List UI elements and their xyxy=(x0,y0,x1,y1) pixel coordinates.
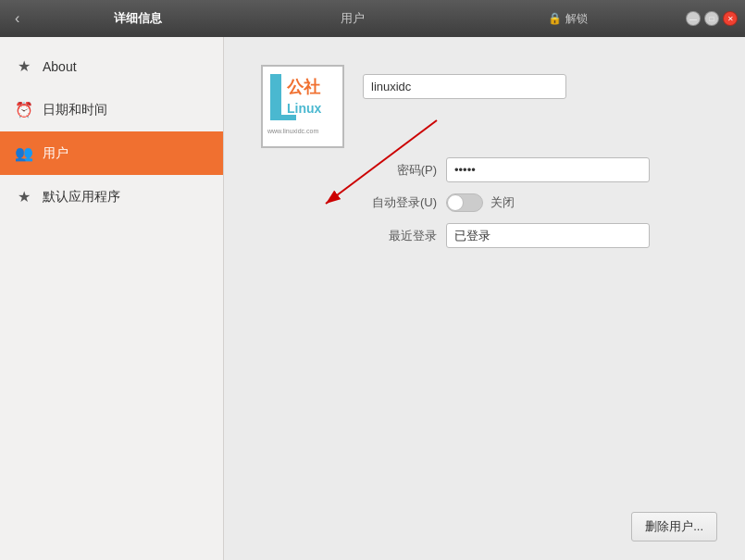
username-container xyxy=(363,74,566,99)
sidebar-item-users[interactable]: 👥 用户 xyxy=(0,131,223,175)
autologin-row: 自动登录(U) 关闭 xyxy=(363,193,650,212)
autologin-state: 关闭 xyxy=(490,194,515,211)
apps-icon: ★ xyxy=(15,188,33,205)
window-controls: — □ ✕ xyxy=(686,11,738,26)
titlebar-section-label: 用户 xyxy=(341,10,365,27)
minimize-button[interactable]: — xyxy=(686,11,701,26)
unlock-button[interactable]: 🔒 解锁 xyxy=(548,11,588,27)
user-header: 公社 Linux www.linuxidc.com xyxy=(261,65,566,148)
main-area: ★ About ⏰ 日期和时间 👥 用户 ★ 默认应用程序 xyxy=(0,37,745,560)
users-icon: 👥 xyxy=(15,144,33,162)
titlebar-title: 详细信息 xyxy=(114,10,162,27)
sidebar-label-about: About xyxy=(43,59,77,74)
content-area: 公社 Linux www.linuxidc.com 密码(P) xyxy=(224,37,745,560)
last-login-input[interactable] xyxy=(446,223,650,248)
maximize-button[interactable]: □ xyxy=(704,11,719,26)
svg-text:公社: 公社 xyxy=(286,78,321,96)
autologin-toggle[interactable] xyxy=(446,193,483,212)
svg-text:Linux: Linux xyxy=(287,101,322,116)
unlock-label: 解锁 xyxy=(565,11,588,27)
star-icon: ★ xyxy=(15,57,33,75)
svg-text:www.linuxidc.com: www.linuxidc.com xyxy=(267,128,318,134)
delete-user-button[interactable]: 删除用户... xyxy=(631,512,717,541)
user-section: 公社 Linux www.linuxidc.com 密码(P) xyxy=(261,65,708,248)
toggle-container: 关闭 xyxy=(446,193,515,212)
last-login-row: 最近登录 xyxy=(363,223,650,248)
titlebar-center-label: 用户 xyxy=(245,10,460,27)
titlebar-right: 🔒 解锁 xyxy=(460,11,675,27)
svg-rect-3 xyxy=(270,74,281,120)
titlebar-left: 详细信息 xyxy=(31,10,245,27)
sidebar-item-about[interactable]: ★ About xyxy=(0,44,223,88)
sidebar-label-datetime: 日期和时间 xyxy=(43,102,107,118)
close-button[interactable]: ✕ xyxy=(723,11,738,26)
password-label: 密码(P) xyxy=(363,162,437,179)
clock-icon: ⏰ xyxy=(15,101,33,118)
last-login-label: 最近登录 xyxy=(363,228,437,244)
sidebar-item-datetime[interactable]: ⏰ 日期和时间 xyxy=(0,88,223,131)
password-row: 密码(P) xyxy=(363,157,650,182)
bottom-bar: 删除用户... xyxy=(631,512,717,541)
autologin-label: 自动登录(U) xyxy=(363,194,437,211)
form-fields: 密码(P) 自动登录(U) 关闭 最近登录 xyxy=(363,157,650,248)
titlebar: ‹ 详细信息 用户 🔒 解锁 — □ ✕ xyxy=(0,0,745,37)
logo-svg: 公社 Linux www.linuxidc.com xyxy=(263,67,342,146)
sidebar-label-users: 用户 xyxy=(43,145,68,162)
password-input[interactable] xyxy=(446,157,650,182)
toggle-knob xyxy=(447,194,464,211)
sidebar-item-default-apps[interactable]: ★ 默认应用程序 xyxy=(0,175,223,218)
sidebar-label-default-apps: 默认应用程序 xyxy=(43,189,120,205)
lock-icon: 🔒 xyxy=(548,12,562,25)
sidebar: ★ About ⏰ 日期和时间 👥 用户 ★ 默认应用程序 xyxy=(0,37,224,560)
back-button[interactable]: ‹ xyxy=(7,6,27,31)
username-input[interactable] xyxy=(363,74,566,99)
user-avatar[interactable]: 公社 Linux www.linuxidc.com xyxy=(261,65,344,148)
